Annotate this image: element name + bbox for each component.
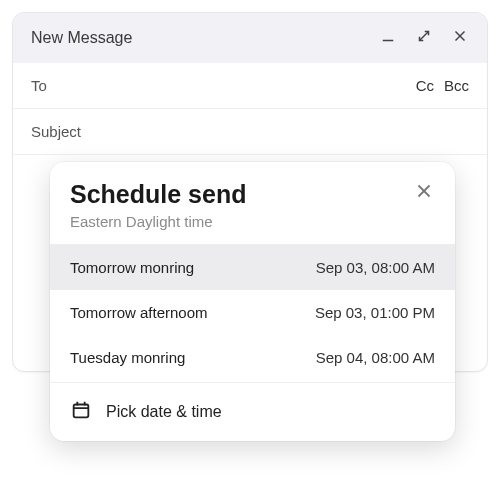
pick-date-time-button[interactable]: Pick date & time	[50, 382, 455, 441]
to-label: To	[31, 77, 47, 94]
schedule-title: Schedule send	[70, 180, 246, 209]
svg-rect-6	[74, 405, 89, 418]
close-icon[interactable]	[451, 27, 469, 49]
compose-header: New Message	[13, 13, 487, 63]
minimize-icon[interactable]	[379, 27, 397, 49]
schedule-option-label: Tomorrow monring	[70, 259, 194, 276]
schedule-option-1[interactable]: Tomorrow afternoom Sep 03, 01:00 PM	[50, 290, 455, 335]
schedule-send-dialog: Schedule send Eastern Daylight time Tomo…	[50, 162, 455, 441]
schedule-close-button[interactable]	[413, 180, 435, 206]
to-field-row[interactable]: To Cc Bcc	[13, 63, 487, 109]
subject-field-row[interactable]: Subject	[13, 109, 487, 155]
schedule-option-label: Tuesday monring	[70, 349, 185, 366]
schedule-option-label: Tomorrow afternoom	[70, 304, 208, 321]
expand-icon[interactable]	[415, 27, 433, 49]
compose-title: New Message	[31, 29, 132, 47]
schedule-option-time: Sep 03, 08:00 AM	[316, 259, 435, 276]
schedule-option-0[interactable]: Tomorrow monring Sep 03, 08:00 AM	[50, 245, 455, 290]
schedule-header: Schedule send Eastern Daylight time	[50, 162, 455, 245]
schedule-option-2[interactable]: Tuesday monring Sep 04, 08:00 AM	[50, 335, 455, 380]
cc-toggle[interactable]: Cc	[416, 77, 434, 94]
compose-window-controls	[379, 27, 469, 49]
subject-label: Subject	[31, 123, 81, 140]
bcc-toggle[interactable]: Bcc	[444, 77, 469, 94]
svg-line-1	[420, 32, 429, 41]
schedule-timezone: Eastern Daylight time	[70, 213, 246, 230]
cc-bcc-toggles: Cc Bcc	[416, 77, 469, 94]
schedule-option-time: Sep 04, 08:00 AM	[316, 349, 435, 366]
pick-date-time-label: Pick date & time	[106, 403, 222, 421]
calendar-icon	[70, 399, 92, 425]
schedule-option-time: Sep 03, 01:00 PM	[315, 304, 435, 321]
